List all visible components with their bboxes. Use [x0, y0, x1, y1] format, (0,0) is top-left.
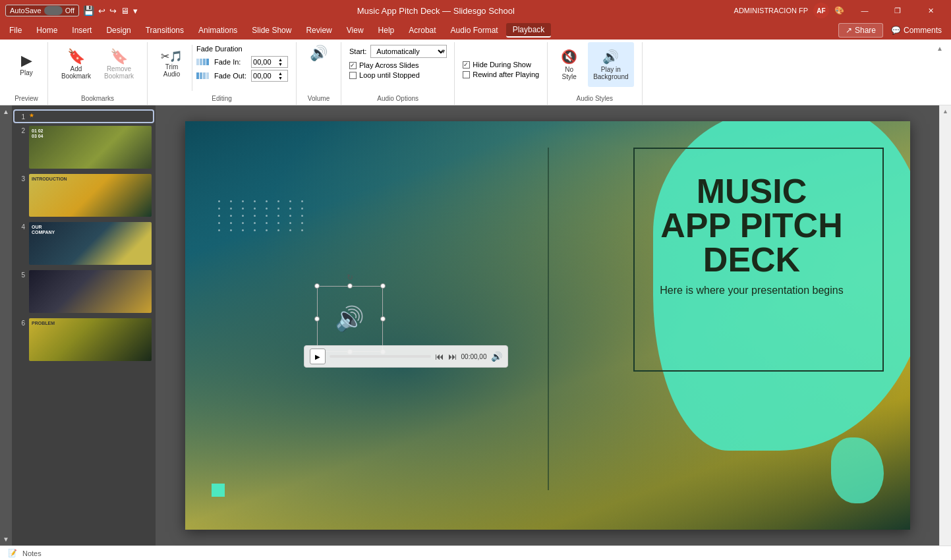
fade-in-input[interactable] — [252, 58, 278, 66]
trim-audio-button[interactable]: ✂🎵 TrimAudio — [156, 42, 188, 87]
save-icon[interactable]: 💾 — [83, 5, 94, 16]
add-bookmark-icon: 🔖 — [67, 49, 85, 64]
ribbon-expand-icon[interactable]: ▲ — [937, 45, 943, 52]
slide-title: MUSIC APP PITCH DECK — [633, 174, 871, 277]
slide-thumb-3[interactable]: INTRODUCTION — [29, 174, 152, 217]
handle-middle-right[interactable] — [380, 316, 386, 322]
audio-skip-button[interactable]: ⏭ — [448, 351, 457, 362]
slide-item-1[interactable]: 1 ★ MUSICAPP PITCHDECK — [14, 111, 153, 122]
notes-label[interactable]: Notes — [22, 549, 42, 557]
hide-during-show-label[interactable]: Hide During Show — [463, 61, 531, 69]
rewind-after-playing-checkbox[interactable] — [463, 71, 470, 78]
play-across-slides-checkbox[interactable] — [349, 62, 357, 69]
play-across-slides-label[interactable]: Play Across Slides — [349, 61, 418, 69]
start-select[interactable]: Automatically On Click When Clicked On — [370, 45, 447, 58]
menu-playback[interactable]: Playback — [506, 23, 552, 38]
slide-thumb-4[interactable]: OURCOMPANY — [29, 222, 152, 265]
scroll-down-arrow[interactable]: ▼ — [0, 533, 12, 546]
handle-top-right[interactable] — [380, 283, 386, 289]
slide-item-6[interactable]: 6 PROBLEM — [14, 317, 153, 362]
slide-item-2[interactable]: 2 01 0203 04 — [14, 125, 153, 170]
scroll-up-arrow[interactable]: ▲ — [0, 105, 12, 118]
share-button[interactable]: ↗ Share — [838, 23, 883, 38]
play-in-background-button[interactable]: 🔊 Play inBackground — [588, 42, 633, 87]
avatar[interactable]: AF — [813, 3, 829, 18]
fade-out-input-container: ▲ ▼ — [251, 70, 288, 82]
audio-progress-bar[interactable] — [330, 355, 431, 358]
close-button[interactable]: ✕ — [915, 0, 946, 21]
ribbon-toggle[interactable]: 🎨 — [834, 6, 844, 15]
menu-file[interactable]: File — [3, 24, 28, 37]
remove-bookmark-button[interactable]: 🔖 RemoveBookmark — [99, 42, 139, 87]
slide-panel[interactable]: 1 ★ MUSICAPP PITCHDECK 2 01 0203 04 3 IN… — [12, 105, 156, 546]
customize-icon[interactable]: ▾ — [133, 6, 138, 16]
slide-item-5[interactable]: 5 — [14, 269, 153, 314]
comments-button[interactable]: 💬 Comments — [884, 24, 948, 37]
fade-in-down[interactable]: ▼ — [278, 62, 286, 67]
bookmarks-group-label: Bookmarks — [48, 95, 147, 102]
slide-teal-square — [212, 484, 225, 497]
fade-in-up[interactable]: ▲ — [278, 57, 286, 62]
audio-icon-selected[interactable]: ↻ 🔊 — [317, 286, 383, 352]
canvas-area: MUSIC APP PITCH DECK Here is where your … — [156, 105, 939, 546]
handle-middle-left[interactable] — [314, 316, 320, 322]
menu-design[interactable]: Design — [100, 24, 137, 37]
audio-volume-button[interactable]: 🔊 — [491, 351, 502, 362]
slide-thumb-6[interactable]: PROBLEM — [29, 318, 152, 361]
menu-transitions[interactable]: Transitions — [139, 24, 190, 37]
volume-button[interactable]: 🔊 — [304, 42, 333, 65]
start-label: Start: — [349, 47, 366, 55]
rotate-handle[interactable]: ↻ — [347, 273, 353, 282]
menu-view[interactable]: View — [340, 24, 370, 37]
fade-out-up[interactable]: ▲ — [278, 71, 286, 76]
fade-out-arrows: ▲ ▼ — [278, 71, 286, 80]
ribbon-group-audio-options: Start: Automatically On Click When Click… — [341, 42, 455, 105]
autosave-badge[interactable]: AutoSave Off — [5, 5, 79, 16]
menu-insert[interactable]: Insert — [65, 24, 98, 37]
handle-top-left[interactable] — [314, 283, 320, 289]
audio-play-button[interactable]: ▶ — [310, 349, 326, 364]
play-button[interactable]: ▶ Play — [13, 42, 40, 87]
slide-item-3[interactable]: 3 INTRODUCTION — [14, 173, 153, 218]
panel-collapse-arrow[interactable]: ▲ — [941, 107, 950, 116]
restore-button[interactable]: ❐ — [882, 0, 913, 21]
fade-controls: Fade Duration Fade In: — [196, 42, 288, 82]
fade-out-down[interactable]: ▼ — [278, 76, 286, 80]
fade-in-input-container: ▲ ▼ — [251, 56, 288, 68]
title-bar-left: AutoSave Off 💾 ↩ ↪ 🖥 ▾ — [5, 5, 138, 16]
volume-icon: 🔊 — [310, 45, 328, 62]
redo-icon[interactable]: ↪ — [109, 6, 117, 16]
menu-help[interactable]: Help — [372, 24, 401, 37]
slide-thumb-2[interactable]: 01 0203 04 — [29, 126, 152, 169]
slide-number-1: 1 — [16, 112, 25, 121]
slide-number-5: 5 — [16, 270, 25, 279]
play-icon: ▶ — [21, 53, 32, 68]
share-icon: ↗ — [846, 26, 852, 35]
minimize-button[interactable]: — — [850, 0, 880, 21]
trim-label: TrimAudio — [163, 63, 181, 78]
undo-icon[interactable]: ↩ — [98, 6, 105, 16]
loop-until-stopped-checkbox[interactable] — [349, 72, 357, 79]
menu-acrobat[interactable]: Acrobat — [402, 24, 442, 37]
slide-canvas[interactable]: MUSIC APP PITCH DECK Here is where your … — [185, 121, 910, 530]
present-icon[interactable]: 🖥 — [121, 6, 129, 16]
menu-slide-show[interactable]: Slide Show — [245, 24, 298, 37]
slide-item-4[interactable]: 4 OURCOMPANY — [14, 221, 153, 266]
menu-animations[interactable]: Animations — [192, 24, 244, 37]
autosave-toggle[interactable] — [44, 6, 63, 15]
slide-thumb-5[interactable] — [29, 270, 152, 313]
fade-out-input[interactable] — [252, 72, 278, 80]
loop-until-stopped-label[interactable]: Loop until Stopped — [349, 71, 420, 79]
audio-rewind-button[interactable]: ⏮ — [435, 351, 444, 362]
menu-home[interactable]: Home — [30, 24, 64, 37]
no-style-button[interactable]: 🔇 NoStyle — [556, 42, 583, 87]
menu-audio-format[interactable]: Audio Format — [444, 24, 505, 37]
menu-review[interactable]: Review — [299, 24, 338, 37]
dots-pattern — [218, 200, 308, 231]
audio-options-2-content: Hide During Show Rewind after Playing — [463, 42, 539, 105]
add-bookmark-button[interactable]: 🔖 AddBookmark — [56, 42, 96, 87]
preview-group-label: Preview — [5, 95, 47, 102]
handle-top[interactable] — [347, 283, 353, 289]
rewind-after-playing-label[interactable]: Rewind after Playing — [463, 70, 539, 78]
hide-during-show-checkbox[interactable] — [463, 61, 470, 69]
